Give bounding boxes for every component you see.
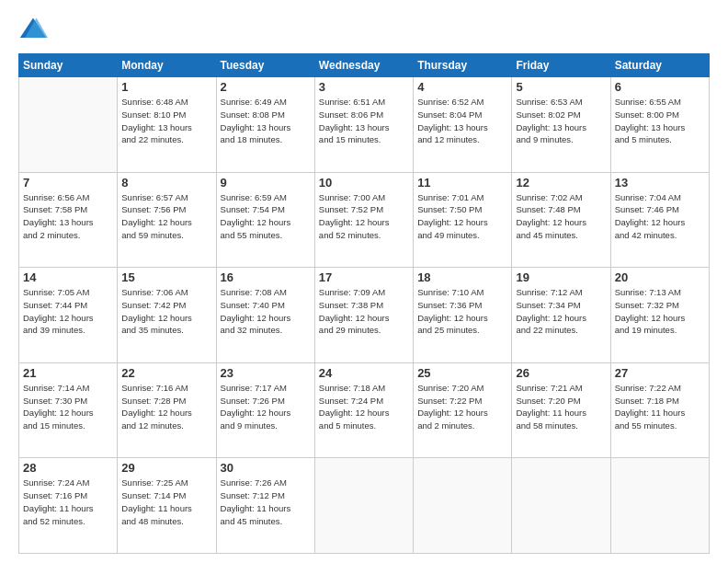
day-number: 16 [221,270,311,284]
header [18,15,710,44]
day-info: Sunrise: 6:51 AM Sunset: 8:06 PM Dayligh… [319,96,409,146]
calendar-week-1: 1Sunrise: 6:48 AM Sunset: 8:10 PM Daylig… [19,77,710,173]
day-number: 27 [615,366,705,380]
calendar-week-3: 14Sunrise: 7:05 AM Sunset: 7:44 PM Dayli… [19,268,710,363]
day-info: Sunrise: 7:09 AM Sunset: 7:38 PM Dayligh… [319,286,409,337]
day-number: 3 [319,80,409,94]
day-info: Sunrise: 7:10 AM Sunset: 7:36 PM Dayligh… [417,286,507,337]
calendar-cell: 7Sunrise: 6:56 AM Sunset: 7:58 PM Daylig… [19,172,118,268]
day-number: 5 [516,80,606,94]
day-number: 23 [221,366,311,380]
day-info: Sunrise: 7:01 AM Sunset: 7:50 PM Dayligh… [417,191,507,242]
calendar-cell: 12Sunrise: 7:02 AM Sunset: 7:48 PM Dayli… [512,172,610,268]
day-number: 4 [417,80,507,94]
day-info: Sunrise: 7:24 AM Sunset: 7:16 PM Dayligh… [23,477,113,527]
calendar-cell: 20Sunrise: 7:13 AM Sunset: 7:32 PM Dayli… [610,268,709,363]
calendar-cell: 28Sunrise: 7:24 AM Sunset: 7:16 PM Dayli… [19,458,118,554]
day-info: Sunrise: 7:14 AM Sunset: 7:30 PM Dayligh… [23,382,113,432]
calendar-cell [19,77,118,173]
calendar-week-5: 28Sunrise: 7:24 AM Sunset: 7:16 PM Dayli… [19,458,710,554]
calendar-header-monday: Monday [118,54,216,77]
day-info: Sunrise: 6:57 AM Sunset: 7:56 PM Dayligh… [121,191,211,242]
calendar-cell: 19Sunrise: 7:12 AM Sunset: 7:34 PM Dayli… [512,268,610,363]
day-info: Sunrise: 7:18 AM Sunset: 7:24 PM Dayligh… [319,382,409,432]
calendar-cell: 21Sunrise: 7:14 AM Sunset: 7:30 PM Dayli… [19,362,118,458]
day-number: 8 [121,176,211,190]
day-info: Sunrise: 7:17 AM Sunset: 7:26 PM Dayligh… [221,382,311,432]
day-number: 25 [417,366,507,380]
calendar-header-row: SundayMondayTuesdayWednesdayThursdayFrid… [19,54,710,77]
calendar-cell: 22Sunrise: 7:16 AM Sunset: 7:28 PM Dayli… [118,362,216,458]
calendar-cell: 13Sunrise: 7:04 AM Sunset: 7:46 PM Dayli… [610,172,709,268]
calendar-cell [414,458,512,554]
day-number: 13 [615,176,705,190]
day-number: 6 [615,80,705,94]
day-info: Sunrise: 7:12 AM Sunset: 7:34 PM Dayligh… [516,286,606,337]
day-info: Sunrise: 6:52 AM Sunset: 8:04 PM Dayligh… [417,96,507,146]
day-number: 29 [121,461,211,475]
calendar-cell: 4Sunrise: 6:52 AM Sunset: 8:04 PM Daylig… [414,77,512,173]
calendar-cell: 10Sunrise: 7:00 AM Sunset: 7:52 PM Dayli… [314,172,413,268]
calendar-cell: 23Sunrise: 7:17 AM Sunset: 7:26 PM Dayli… [216,362,314,458]
calendar-header-sunday: Sunday [19,54,118,77]
day-info: Sunrise: 6:56 AM Sunset: 7:58 PM Dayligh… [23,191,113,242]
calendar-header-friday: Friday [512,54,610,77]
day-info: Sunrise: 7:08 AM Sunset: 7:40 PM Dayligh… [221,286,311,337]
day-info: Sunrise: 7:25 AM Sunset: 7:14 PM Dayligh… [121,477,211,527]
day-number: 10 [319,176,409,190]
calendar-table: SundayMondayTuesdayWednesdayThursdayFrid… [18,53,710,554]
calendar-header-tuesday: Tuesday [216,54,314,77]
day-number: 7 [23,176,113,190]
calendar-cell: 14Sunrise: 7:05 AM Sunset: 7:44 PM Dayli… [19,268,118,363]
logo-icon [18,15,48,44]
calendar-cell: 26Sunrise: 7:21 AM Sunset: 7:20 PM Dayli… [512,362,610,458]
day-number: 14 [23,270,113,284]
calendar-cell: 30Sunrise: 7:26 AM Sunset: 7:12 PM Dayli… [216,458,314,554]
calendar-cell: 16Sunrise: 7:08 AM Sunset: 7:40 PM Dayli… [216,268,314,363]
page: SundayMondayTuesdayWednesdayThursdayFrid… [0,0,728,563]
calendar-cell: 2Sunrise: 6:49 AM Sunset: 8:08 PM Daylig… [216,77,314,173]
day-number: 24 [319,366,409,380]
calendar-cell: 27Sunrise: 7:22 AM Sunset: 7:18 PM Dayli… [610,362,709,458]
calendar-cell [610,458,709,554]
day-number: 20 [615,270,705,284]
day-info: Sunrise: 7:26 AM Sunset: 7:12 PM Dayligh… [221,477,311,527]
calendar-cell: 11Sunrise: 7:01 AM Sunset: 7:50 PM Dayli… [414,172,512,268]
day-number: 19 [516,270,606,284]
calendar-cell: 15Sunrise: 7:06 AM Sunset: 7:42 PM Dayli… [118,268,216,363]
day-info: Sunrise: 7:02 AM Sunset: 7:48 PM Dayligh… [516,191,606,242]
day-number: 12 [516,176,606,190]
day-number: 28 [23,461,113,475]
day-number: 30 [221,461,311,475]
calendar-cell: 9Sunrise: 6:59 AM Sunset: 7:54 PM Daylig… [216,172,314,268]
day-info: Sunrise: 7:04 AM Sunset: 7:46 PM Dayligh… [615,191,705,242]
day-number: 1 [121,80,211,94]
day-info: Sunrise: 7:13 AM Sunset: 7:32 PM Dayligh… [615,286,705,337]
logo [18,15,51,44]
calendar-cell: 17Sunrise: 7:09 AM Sunset: 7:38 PM Dayli… [314,268,413,363]
calendar-cell: 18Sunrise: 7:10 AM Sunset: 7:36 PM Dayli… [414,268,512,363]
day-number: 18 [417,270,507,284]
calendar-cell: 1Sunrise: 6:48 AM Sunset: 8:10 PM Daylig… [118,77,216,173]
calendar-cell [512,458,610,554]
day-number: 21 [23,366,113,380]
calendar-cell: 24Sunrise: 7:18 AM Sunset: 7:24 PM Dayli… [314,362,413,458]
calendar-header-thursday: Thursday [414,54,512,77]
day-info: Sunrise: 6:59 AM Sunset: 7:54 PM Dayligh… [221,191,311,242]
calendar-cell: 3Sunrise: 6:51 AM Sunset: 8:06 PM Daylig… [314,77,413,173]
day-info: Sunrise: 6:55 AM Sunset: 8:00 PM Dayligh… [615,96,705,146]
day-number: 26 [516,366,606,380]
calendar-week-4: 21Sunrise: 7:14 AM Sunset: 7:30 PM Dayli… [19,362,710,458]
day-info: Sunrise: 7:16 AM Sunset: 7:28 PM Dayligh… [121,382,211,432]
calendar-cell: 8Sunrise: 6:57 AM Sunset: 7:56 PM Daylig… [118,172,216,268]
calendar-header-saturday: Saturday [610,54,709,77]
calendar-week-2: 7Sunrise: 6:56 AM Sunset: 7:58 PM Daylig… [19,172,710,268]
day-number: 15 [121,270,211,284]
day-info: Sunrise: 7:22 AM Sunset: 7:18 PM Dayligh… [615,382,705,432]
day-number: 11 [417,176,507,190]
day-number: 17 [319,270,409,284]
day-number: 2 [221,80,311,94]
day-number: 22 [121,366,211,380]
calendar-cell [314,458,413,554]
calendar-cell: 6Sunrise: 6:55 AM Sunset: 8:00 PM Daylig… [610,77,709,173]
